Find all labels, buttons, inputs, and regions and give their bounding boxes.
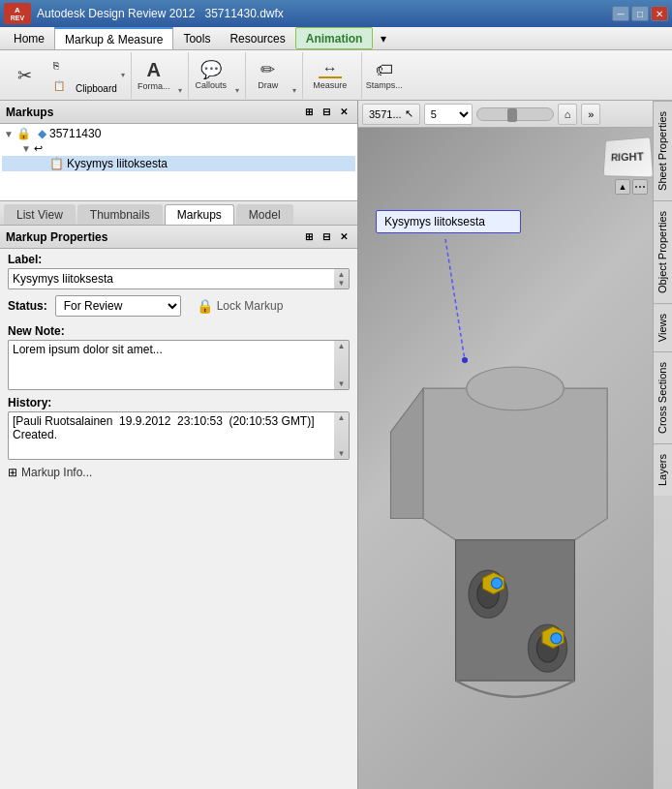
tree-item-level1[interactable]: ▼ ↩ bbox=[2, 141, 355, 156]
clipboard-label: Clipboard bbox=[74, 56, 117, 94]
toolbar-stamps-button[interactable]: 🏷 Stamps... bbox=[364, 54, 405, 97]
toolbar-draw-button[interactable]: ✏ Draw bbox=[248, 54, 289, 97]
tab-thumbnails[interactable]: Thumbnails bbox=[77, 204, 163, 225]
zoom-select[interactable]: 5 10 25 bbox=[424, 104, 473, 125]
markups-panel-icon1[interactable]: ⊞ bbox=[301, 105, 317, 120]
clipboard-dropdown-icon[interactable]: ▾ bbox=[121, 71, 125, 79]
side-tab-sheet-properties[interactable]: Sheet Properties bbox=[654, 128, 672, 200]
properties-icon1[interactable]: ⊞ bbox=[301, 229, 317, 245]
view-cube-face-label: RIGHT bbox=[611, 150, 644, 163]
measure-label: Measure bbox=[313, 80, 347, 90]
lock-markup-label: Lock Markup bbox=[217, 299, 284, 313]
menu-animation[interactable]: Animation bbox=[295, 27, 374, 49]
right-panel: 3571... ↖ 5 10 25 ⌂ » bbox=[358, 101, 672, 789]
menu-extra[interactable]: ▾ bbox=[381, 32, 386, 46]
left-panel: Markups ⊞ ⊟ ✕ ▼ 🔒 ◆ 35711430 ▼ ↩ 📋 K bbox=[0, 101, 358, 789]
view-cube-box[interactable]: RIGHT bbox=[603, 137, 655, 177]
toolbar-callouts-button[interactable]: 💬 Callouts bbox=[191, 54, 231, 97]
history-section: History: [Pauli Ruotsalainen 19.9.2012 2… bbox=[0, 392, 357, 462]
markups-panel-header: Markups ⊞ ⊟ ✕ bbox=[0, 101, 357, 124]
home-icon: ⌂ bbox=[565, 108, 571, 120]
toolbar-copy-button[interactable]: ⎘ bbox=[46, 55, 72, 75]
view-nav-more[interactable]: ⋯ bbox=[632, 179, 648, 195]
side-tab-cross-sections[interactable]: Cross Sections bbox=[654, 351, 672, 443]
scroll-up-arrow[interactable]: ▲ bbox=[338, 270, 346, 279]
history-scroll-down[interactable]: ▼ bbox=[338, 449, 346, 458]
menu-tools[interactable]: Tools bbox=[173, 27, 220, 49]
more-tools-button[interactable]: » bbox=[581, 104, 600, 125]
draw-icon: ✏ bbox=[260, 61, 275, 78]
tree-lock-icon: 🔒 bbox=[16, 127, 31, 140]
properties-icon2[interactable]: ⊟ bbox=[319, 229, 334, 245]
toolbar-measure-group: ↔ Measure bbox=[305, 52, 362, 99]
view-cube-nav: ▲ ⋯ bbox=[602, 179, 660, 195]
markup-properties-panel: Label: ▲ ▼ Status: For Review Question A… bbox=[0, 249, 357, 789]
view-nav-up[interactable]: ▲ bbox=[615, 179, 630, 195]
window-controls: ─ □ ✕ bbox=[612, 6, 668, 21]
status-field-label: Status: bbox=[8, 299, 47, 313]
history-scroll-up[interactable]: ▲ bbox=[338, 413, 346, 422]
new-note-label: New Note: bbox=[8, 324, 350, 338]
right-side-tabs: Sheet Properties Object Properties Views… bbox=[653, 128, 672, 789]
zoom-slider-thumb[interactable] bbox=[507, 108, 517, 122]
note-scroll-down[interactable]: ▼ bbox=[338, 379, 346, 388]
maximize-button[interactable]: □ bbox=[631, 6, 649, 21]
new-note-textarea[interactable]: Lorem ipsum dolor sit amet... bbox=[8, 340, 334, 390]
markup-properties-title: Markup Properties bbox=[6, 230, 107, 244]
menu-home[interactable]: Home bbox=[4, 27, 54, 49]
menu-resources[interactable]: Resources bbox=[220, 27, 294, 49]
side-tab-object-properties[interactable]: Object Properties bbox=[654, 200, 672, 303]
markup-info-row[interactable]: ⊞ Markup Info... bbox=[0, 462, 357, 483]
callouts-label: Callouts bbox=[196, 80, 228, 90]
status-select[interactable]: For Review Question Approved Done bbox=[55, 295, 181, 317]
toolbar-draw-group: ✏ Draw ▾ bbox=[248, 52, 303, 99]
tree-arrow-icon: ↩ bbox=[34, 142, 43, 155]
markup-properties-icons: ⊞ ⊟ ✕ bbox=[301, 229, 351, 245]
toolbar-callouts-group: 💬 Callouts ▾ bbox=[191, 52, 246, 99]
3d-viewport[interactable]: RIGHT ▲ ⋯ Kysymys liitoksesta bbox=[358, 128, 672, 789]
tree-item-root[interactable]: ▼ 🔒 ◆ 35711430 bbox=[2, 126, 355, 141]
side-tab-layers[interactable]: Layers bbox=[654, 443, 672, 496]
toolbar-cut-button[interactable]: ✂ bbox=[4, 54, 45, 97]
svg-point-8 bbox=[467, 367, 565, 410]
toolbar-paste-button[interactable]: 📋 bbox=[46, 76, 72, 95]
markups-panel-close-button[interactable]: ✕ bbox=[336, 105, 351, 120]
new-note-section: New Note: Lorem ipsum dolor sit amet... … bbox=[0, 320, 357, 392]
history-input-container: [Pauli Ruotsalainen 19.9.2012 23:10:53 (… bbox=[8, 411, 350, 460]
nav-icon: ↖ bbox=[405, 107, 413, 120]
toolbar-measure-button[interactable]: ↔ Measure bbox=[305, 54, 355, 97]
copy-icon: ⎘ bbox=[53, 60, 59, 71]
label-input[interactable] bbox=[8, 268, 334, 289]
markups-panel-icon2[interactable]: ⊟ bbox=[319, 105, 334, 120]
side-tab-views[interactable]: Views bbox=[654, 303, 672, 351]
tab-list-view[interactable]: List View bbox=[4, 204, 76, 225]
app-title: Autodesk Design Review 2012 35711430.dwf… bbox=[37, 7, 284, 20]
home-button[interactable]: ⌂ bbox=[558, 104, 578, 125]
tab-markups[interactable]: Markups bbox=[165, 204, 234, 225]
page-nav-button[interactable]: 3571... ↖ bbox=[362, 104, 420, 125]
tree-leaf-icon: 📋 bbox=[49, 157, 64, 170]
callouts-dropdown-icon[interactable]: ▾ bbox=[235, 86, 239, 95]
paste-icon: 📋 bbox=[53, 80, 65, 91]
toolbar-format-button[interactable]: A Forma... bbox=[134, 54, 174, 97]
zoom-slider[interactable] bbox=[476, 107, 554, 121]
title-bar-left: A REV Autodesk Design Review 2012 357114… bbox=[4, 3, 284, 24]
markup-info-button[interactable]: Markup Info... bbox=[21, 466, 92, 479]
tab-model[interactable]: Model bbox=[236, 204, 293, 225]
menu-markup-measure[interactable]: Markup & Measure bbox=[54, 27, 173, 49]
draw-dropdown-icon[interactable]: ▾ bbox=[292, 86, 296, 95]
measure-icon: ↔ bbox=[319, 61, 342, 78]
minimize-button[interactable]: ─ bbox=[612, 6, 629, 21]
format-dropdown-icon[interactable]: ▾ bbox=[178, 86, 182, 95]
history-textarea[interactable]: [Pauli Ruotsalainen 19.9.2012 23:10:53 (… bbox=[8, 411, 334, 460]
tree-item-kysymys[interactable]: 📋 Kysymys liitoksesta bbox=[2, 156, 355, 171]
scroll-down-arrow[interactable]: ▼ bbox=[338, 279, 346, 288]
expand-icon: ⊞ bbox=[8, 466, 17, 479]
properties-close-button[interactable]: ✕ bbox=[336, 229, 351, 245]
toolbar-stamps-group: 🏷 Stamps... bbox=[364, 52, 411, 99]
note-scroll-up[interactable]: ▲ bbox=[338, 342, 346, 350]
close-button[interactable]: ✕ bbox=[651, 6, 668, 21]
view-cube[interactable]: RIGHT ▲ ⋯ bbox=[602, 137, 660, 196]
app-logo: A REV bbox=[4, 3, 31, 24]
markups-panel-title: Markups bbox=[6, 106, 53, 119]
